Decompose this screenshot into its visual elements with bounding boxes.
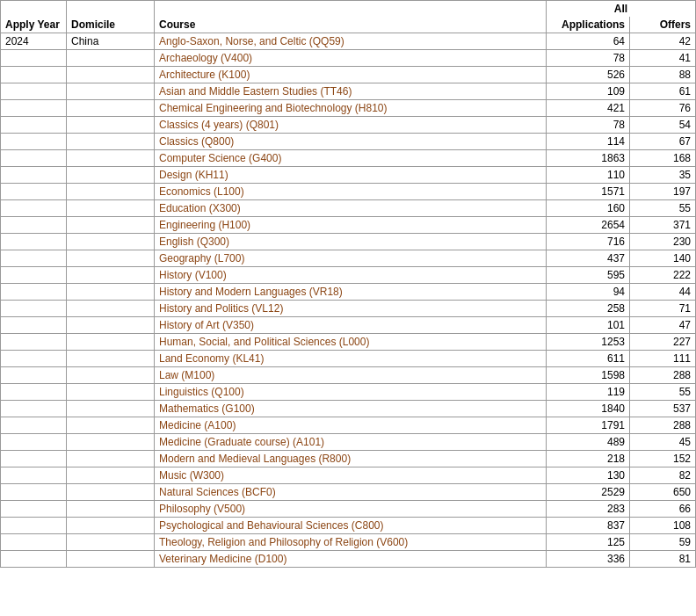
cell-offers: 42 <box>630 33 696 50</box>
cell-apply-year <box>1 184 67 200</box>
course-header: Course <box>155 1 547 33</box>
cell-offers: 222 <box>630 267 696 284</box>
table-row: Veterinary Medicine (D100)33681 <box>1 551 696 568</box>
table-row: Medicine (A100)1791288 <box>1 417 696 434</box>
table-row: English (Q300)716230 <box>1 234 696 250</box>
cell-apply-year <box>1 217 67 234</box>
cell-apply-year <box>1 367 67 384</box>
cell-offers: 45 <box>630 434 696 451</box>
cell-domicile <box>67 83 155 100</box>
table-row: Human, Social, and Political Sciences (L… <box>1 334 696 351</box>
table-row: Mathematics (G100)1840537 <box>1 401 696 417</box>
header-row-1: Apply Year Domicile Course All <box>1 1 696 18</box>
table-row: Economics (L100)1571197 <box>1 184 696 200</box>
cell-offers: 44 <box>630 284 696 301</box>
cell-offers: 227 <box>630 334 696 351</box>
cell-offers: 66 <box>630 501 696 518</box>
cell-offers: 288 <box>630 367 696 384</box>
cell-course: Architecture (K100) <box>155 67 547 83</box>
cell-applications: 64 <box>547 33 630 50</box>
cell-apply-year <box>1 83 67 100</box>
cell-offers: 152 <box>630 451 696 467</box>
cell-apply-year <box>1 334 67 351</box>
cell-apply-year <box>1 167 67 184</box>
cell-domicile <box>67 267 155 284</box>
cell-course: Classics (Q800) <box>155 134 547 150</box>
cell-applications: 119 <box>547 384 630 401</box>
apply-year-header: Apply Year <box>1 1 67 33</box>
cell-offers: 67 <box>630 134 696 150</box>
offers-header: Offers <box>630 17 696 33</box>
cell-applications: 1840 <box>547 401 630 417</box>
cell-applications: 114 <box>547 134 630 150</box>
cell-apply-year <box>1 150 67 167</box>
cell-apply-year <box>1 117 67 134</box>
cell-apply-year <box>1 467 67 484</box>
cell-applications: 94 <box>547 284 630 301</box>
cell-domicile <box>67 150 155 167</box>
cell-offers: 81 <box>630 551 696 568</box>
cell-offers: 82 <box>630 467 696 484</box>
cell-domicile <box>67 200 155 217</box>
cell-course: Veterinary Medicine (D100) <box>155 551 547 568</box>
cell-domicile <box>67 67 155 83</box>
cell-course: Human, Social, and Political Sciences (L… <box>155 334 547 351</box>
cell-course: Law (M100) <box>155 367 547 384</box>
cell-course: English (Q300) <box>155 234 547 250</box>
cell-applications: 837 <box>547 518 630 534</box>
cell-apply-year <box>1 250 67 267</box>
cell-applications: 1253 <box>547 334 630 351</box>
cell-course: Computer Science (G400) <box>155 150 547 167</box>
cell-domicile <box>67 217 155 234</box>
cell-apply-year <box>1 317 67 334</box>
cell-offers: 76 <box>630 100 696 117</box>
cell-applications: 160 <box>547 200 630 217</box>
cell-offers: 140 <box>630 250 696 267</box>
table-row: Asian and Middle Eastern Studies (TT46)1… <box>1 83 696 100</box>
cell-applications: 526 <box>547 67 630 83</box>
table-row: Chemical Engineering and Biotechnology (… <box>1 100 696 117</box>
cell-applications: 130 <box>547 467 630 484</box>
cell-applications: 258 <box>547 301 630 317</box>
table-body: 2024ChinaAnglo-Saxon, Norse, and Celtic … <box>1 33 696 568</box>
cell-applications: 78 <box>547 117 630 134</box>
cell-applications: 1791 <box>547 417 630 434</box>
cell-course: Medicine (A100) <box>155 417 547 434</box>
cell-course: Chemical Engineering and Biotechnology (… <box>155 100 547 117</box>
cell-domicile <box>67 334 155 351</box>
cell-offers: 288 <box>630 417 696 434</box>
cell-apply-year <box>1 284 67 301</box>
cell-apply-year <box>1 417 67 434</box>
cell-applications: 437 <box>547 250 630 267</box>
cell-domicile <box>67 401 155 417</box>
cell-course: Music (W300) <box>155 467 547 484</box>
cell-applications: 125 <box>547 534 630 551</box>
cell-applications: 421 <box>547 100 630 117</box>
table-row: Natural Sciences (BCF0)2529650 <box>1 484 696 501</box>
cell-apply-year <box>1 67 67 83</box>
cell-offers: 197 <box>630 184 696 200</box>
cell-applications: 218 <box>547 451 630 467</box>
table-row: Psychological and Behavioural Sciences (… <box>1 518 696 534</box>
cell-domicile <box>67 284 155 301</box>
cell-offers: 537 <box>630 401 696 417</box>
cell-offers: 41 <box>630 50 696 67</box>
cell-apply-year <box>1 484 67 501</box>
cell-course: Linguistics (Q100) <box>155 384 547 401</box>
cell-applications: 336 <box>547 551 630 568</box>
cell-apply-year <box>1 401 67 417</box>
cell-domicile: China <box>67 33 155 50</box>
cell-domicile <box>67 184 155 200</box>
cell-offers: 59 <box>630 534 696 551</box>
table-row: History and Politics (VL12)25871 <box>1 301 696 317</box>
cell-apply-year <box>1 267 67 284</box>
table-row: Design (KH11)11035 <box>1 167 696 184</box>
cell-applications: 2654 <box>547 217 630 234</box>
cell-domicile <box>67 384 155 401</box>
cell-offers: 111 <box>630 351 696 367</box>
cell-offers: 55 <box>630 384 696 401</box>
cell-offers: 230 <box>630 234 696 250</box>
table-row: Law (M100)1598288 <box>1 367 696 384</box>
cell-applications: 101 <box>547 317 630 334</box>
cell-applications: 1863 <box>547 150 630 167</box>
